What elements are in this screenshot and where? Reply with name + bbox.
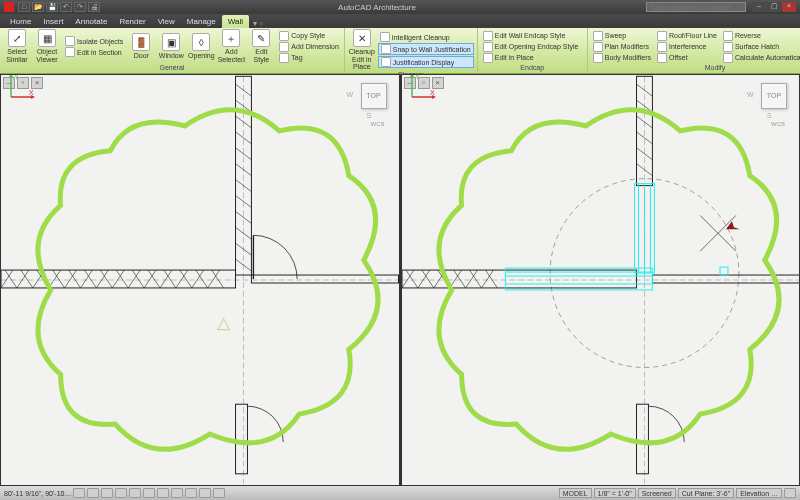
offset-button[interactable]: Offset xyxy=(655,53,719,63)
qat-undo-icon[interactable]: ↶ xyxy=(60,2,72,12)
display-config-dropdown[interactable]: Screened xyxy=(638,488,676,498)
scale-dropdown[interactable]: 1/8" = 1'-0" xyxy=(594,488,636,498)
qp-toggle-icon[interactable] xyxy=(199,488,211,498)
isolate-icon xyxy=(65,36,75,46)
tab-view[interactable]: View xyxy=(152,15,181,28)
add-selected-button[interactable]: ＋Add Selected xyxy=(217,29,245,63)
style-icon: ✎ xyxy=(252,29,270,47)
polar-toggle-icon[interactable] xyxy=(115,488,127,498)
tab-render[interactable]: Render xyxy=(113,15,151,28)
interference-button[interactable]: Interference xyxy=(655,42,719,52)
osnap-toggle-icon[interactable] xyxy=(129,488,141,498)
model-toggle-icon[interactable] xyxy=(213,488,225,498)
ucs-icon-right: YX xyxy=(408,74,801,479)
ducs-toggle-icon[interactable] xyxy=(157,488,169,498)
tab-annotate[interactable]: Annotate xyxy=(69,15,113,28)
copy-style-button[interactable]: Copy Style xyxy=(277,31,340,41)
viewports: – ▫ × TOP W S WCS xyxy=(0,74,800,486)
door-button[interactable]: 🚪Door xyxy=(127,33,155,60)
snap-wall-justification-button[interactable]: Snap to Wall Justification xyxy=(378,43,474,55)
window-button[interactable]: ▣Window xyxy=(157,33,185,60)
ucs-icon-left: YX xyxy=(7,74,400,479)
tab-wall[interactable]: Wall xyxy=(222,15,249,28)
elevation-dropdown[interactable]: Elevation … xyxy=(736,488,782,498)
body-modifiers-button[interactable]: Body Modifiers xyxy=(591,53,653,63)
edit-opening-endcap-button[interactable]: Edit Opening Endcap Style xyxy=(481,42,581,52)
otrack-toggle-icon[interactable] xyxy=(143,488,155,498)
cube-icon: ▦ xyxy=(38,29,56,47)
tab-extras: ▾ ▫ xyxy=(253,19,263,28)
svg-text:Y: Y xyxy=(14,74,19,80)
app-icon[interactable] xyxy=(4,2,14,12)
tab-manage[interactable]: Manage xyxy=(181,15,222,28)
offset-icon xyxy=(657,53,667,63)
app-title: AutoCAD Architecture xyxy=(108,3,646,12)
cut-plane-dropdown[interactable]: Cut Plane: 3'-6" xyxy=(678,488,735,498)
window-controls: – ▢ × xyxy=(752,2,796,12)
object-viewer-button[interactable]: ▦Object Viewer xyxy=(33,29,61,63)
tag-button[interactable]: Tag xyxy=(277,53,340,63)
opening-button[interactable]: ◊Opening xyxy=(187,33,215,60)
copy-icon xyxy=(279,31,289,41)
tab-collapse-icon[interactable]: ▫ xyxy=(260,19,263,28)
model-space-button[interactable]: MODEL xyxy=(559,488,592,498)
tab-insert[interactable]: Insert xyxy=(37,15,69,28)
inplace-icon xyxy=(483,53,493,63)
add-dimension-button[interactable]: Add Dimension xyxy=(277,42,340,52)
close-button[interactable]: × xyxy=(782,2,796,12)
viewport-right[interactable]: – ▫ × TOP W S WCS xyxy=(400,74,801,486)
edit-wall-endcap-button[interactable]: Edit Wall Endcap Style xyxy=(481,31,581,41)
intelligent-cleanup-button[interactable]: Intelligent Cleanup xyxy=(378,32,474,42)
help-search-input[interactable] xyxy=(646,2,746,12)
panel-modify: Sweep Plan Modifiers Body Modifiers Roof… xyxy=(588,28,800,73)
planmod-icon xyxy=(593,42,603,52)
dimension-icon xyxy=(279,42,289,52)
cursor-icon: ⤢ xyxy=(8,29,26,47)
justification-icon xyxy=(381,57,391,67)
minimize-button[interactable]: – xyxy=(752,2,766,12)
edit-in-section-button[interactable]: Edit in Section xyxy=(63,47,125,57)
select-similar-button[interactable]: ⤢Select Similar xyxy=(3,29,31,63)
endcap-edit-in-place-button[interactable]: Edit in Place xyxy=(481,53,581,63)
calc-auto-button[interactable]: Calculate Automatically xyxy=(721,53,800,63)
cleanup-edit-button[interactable]: ✕Cleanup Edit in Place xyxy=(348,29,376,71)
roofline-button[interactable]: Roof/Floor Line xyxy=(655,31,719,41)
qat-open-icon[interactable]: 📂 xyxy=(32,2,44,12)
qat-save-icon[interactable]: 💾 xyxy=(46,2,58,12)
window-icon: ▣ xyxy=(162,33,180,51)
panel-cleanup: ✕Cleanup Edit in Place Intelligent Clean… xyxy=(345,28,478,73)
tab-home[interactable]: Home xyxy=(4,15,37,28)
dyn-toggle-icon[interactable] xyxy=(171,488,183,498)
qat-redo-icon[interactable]: ↷ xyxy=(74,2,86,12)
surface-hatch-button[interactable]: Surface Hatch xyxy=(721,42,800,52)
maximize-button[interactable]: ▢ xyxy=(767,2,781,12)
reverse-button[interactable]: Reverse xyxy=(721,31,800,41)
endcap2-icon xyxy=(483,42,493,52)
viewport-left[interactable]: – ▫ × TOP W S WCS xyxy=(0,74,400,486)
quick-access-toolbar: □ 📂 💾 ↶ ↷ 🖨 xyxy=(18,2,100,12)
svg-text:X: X xyxy=(29,89,34,96)
plan-modifiers-button[interactable]: Plan Modifiers xyxy=(591,42,653,52)
statusbar: 80'-11 9/16", 90'-10… MODEL 1/8" = 1'-0"… xyxy=(0,486,800,500)
panel-title-modify: Modify xyxy=(591,64,800,72)
sweep-icon xyxy=(593,31,603,41)
svg-text:X: X xyxy=(430,89,435,96)
panel-general: ⤢Select Similar ▦Object Viewer Isolate O… xyxy=(0,28,345,73)
qat-new-icon[interactable]: □ xyxy=(18,2,30,12)
snap-icon xyxy=(381,44,391,54)
coords-readout: 80'-11 9/16", 90'-10… xyxy=(4,490,71,497)
statusbar-menu-icon[interactable] xyxy=(784,488,796,498)
qat-print-icon[interactable]: 🖨 xyxy=(88,2,100,12)
tab-menu-icon[interactable]: ▾ xyxy=(253,19,257,28)
lwt-toggle-icon[interactable] xyxy=(185,488,197,498)
grid-toggle-icon[interactable] xyxy=(87,488,99,498)
justification-display-button[interactable]: Justification Display xyxy=(378,56,474,68)
titlebar: □ 📂 💾 ↶ ↷ 🖨 AutoCAD Architecture – ▢ × xyxy=(0,0,800,14)
isolate-objects-button[interactable]: Isolate Objects xyxy=(63,36,125,46)
ortho-toggle-icon[interactable] xyxy=(101,488,113,498)
snap-toggle-icon[interactable] xyxy=(73,488,85,498)
svg-text:Y: Y xyxy=(415,74,420,80)
ribbon: ⤢Select Similar ▦Object Viewer Isolate O… xyxy=(0,28,800,74)
edit-style-button[interactable]: ✎Edit Style xyxy=(247,29,275,63)
sweep-button[interactable]: Sweep xyxy=(591,31,653,41)
